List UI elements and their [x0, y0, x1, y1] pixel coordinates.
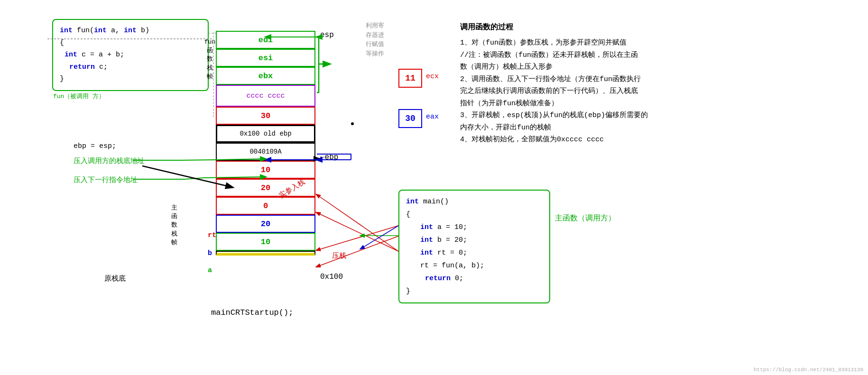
cell-ret-addr-text: 0040109A — [249, 148, 281, 155]
cell-ebx-text: ebx — [259, 72, 273, 81]
stack-diagram: edi esi ebx cccc cccc 30 0x100 old ebp 0… — [216, 31, 315, 256]
fun-code-line5: } — [60, 73, 201, 85]
main-line5: int rt = 0; — [406, 247, 543, 259]
reg-eax-box: 30 — [398, 109, 422, 128]
svg-line-13 — [360, 226, 398, 249]
row-label-a: a — [208, 266, 212, 274]
svg-line-8 — [316, 226, 398, 250]
reg-ecx-label: ecx — [426, 73, 439, 81]
svg-line-9 — [316, 212, 398, 251]
fun-code-line1: int fun(int a, int b) — [60, 25, 201, 37]
description-box: 调用函数的过程 1、对（fun函数）参数压栈，为形参开辟空间并赋值 //注：被调… — [460, 21, 859, 146]
cell-10arg-text: 10 — [261, 165, 270, 174]
cell-20arg-text: 20 — [261, 183, 270, 192]
fun-caller-label: fun（被调用 方） — [53, 92, 105, 101]
anno-push-next-instr: 压入下一行指令地址 — [74, 175, 138, 184]
desc-line4: 2、调用函数、压入下一行指令地址（方便在fun函数执行 — [460, 73, 859, 86]
main-line1: int main() — [406, 195, 543, 208]
label-0x100: 0x100 — [320, 273, 343, 281]
main-line4: int b = 20; — [406, 234, 543, 247]
label-ebp: ←ebp — [320, 153, 338, 162]
label-main-frame: 主函数栈帧 — [168, 204, 180, 247]
svg-line-7 — [316, 236, 398, 267]
stack-cell-bottom — [216, 251, 315, 256]
cell-a-text: 10 — [261, 238, 270, 247]
main-code-box: int main() { int a = 10; int b = 20; int… — [398, 190, 550, 303]
stack-cell-ebx: ebx — [216, 67, 315, 85]
stack-cell-b: 20 — [216, 215, 315, 233]
fun-code-line3: int c = a + b; — [60, 49, 201, 61]
svg-line-10 — [316, 194, 398, 251]
main-line8: } — [406, 285, 543, 298]
dot-decoration — [351, 122, 354, 125]
fun-code-line4: return c; — [60, 61, 201, 73]
desc-line3: 数（调用方）栈帧上压入形参 — [460, 61, 859, 73]
stack-cell-old-ebp: 0x100 old ebp — [216, 125, 315, 143]
main-line6: rt = fun(a, b); — [406, 259, 543, 272]
cell-30-text: 30 — [261, 111, 270, 120]
stack-cell-10arg: 10 — [216, 161, 315, 179]
anno-maincrt: mainCRTStartup(); — [211, 308, 293, 317]
reg-eax-value: 30 — [405, 114, 416, 123]
label-fun-frame: fun函数栈帧 — [204, 38, 216, 81]
desc-line5: 完之后继续执行调用该函数前的下一行代码）、压入栈底 — [460, 85, 859, 98]
cell-edi-text: edi — [259, 36, 273, 45]
cell-old-ebp-text: 0x100 old ebp — [240, 130, 291, 137]
desc-line1: 1、对（fun函数）参数压栈，为形参开辟空间并赋值 — [460, 37, 859, 49]
watermark: https://blog.csdn.net/2401_83913130 — [754, 367, 863, 373]
row-label-b: b — [208, 249, 212, 257]
anno-ebp-esp: ebp = esp; — [74, 142, 116, 150]
main-line2: { — [406, 208, 543, 221]
main-line7: return 0; — [406, 272, 543, 285]
reg-eax-label: eax — [426, 113, 439, 121]
keyword-int: int — [60, 27, 73, 35]
main-caller-label: 主函数（调用方） — [555, 213, 616, 223]
fun-code-box: int fun(int a, int b) { int c = a + b; r… — [52, 19, 209, 91]
main-line3: int a = 10; — [406, 221, 543, 234]
anno-push-stack-base: 压入调用方的栈底地址 — [74, 156, 145, 165]
reg-ecx-box: 11 — [398, 69, 422, 88]
desc-line2: //注：被调函数（fun函数）还未开辟栈帧，所以在主函 — [460, 49, 859, 62]
desc-line9: 4、对栈帧初始化，全部赋值为0xcccc cccc — [460, 134, 859, 146]
cell-cccc-text: cccc cccc — [246, 92, 285, 100]
anno-yuan-zhan-di: 原栈底 — [104, 274, 126, 283]
row-label-rt: rt — [208, 231, 216, 239]
stack-cell-rt: 0 — [216, 197, 315, 215]
anno-reg-ops: 利用寄存器进行赋值等操作 — [360, 21, 389, 58]
desc-line8: 内存大小，开辟出fun的栈帧 — [460, 122, 859, 134]
desc-line7: 3、开辟栈帧，esp(栈顶)从fun的栈底(ebp)偏移所需要的 — [460, 110, 859, 122]
stack-cell-edi: edi — [216, 31, 315, 49]
desc-title: 调用函数的过程 — [460, 21, 859, 34]
anno-push: 压栈 — [332, 251, 346, 260]
label-esp: esp — [320, 31, 334, 39]
cell-rt-text: 0 — [263, 201, 268, 210]
reg-ecx-value: 11 — [405, 73, 416, 83]
stack-cell-a: 10 — [216, 233, 315, 251]
fun-code-line2: { — [60, 37, 201, 49]
stack-cell-esi: esi — [216, 49, 315, 67]
stack-cell-cccc: cccc cccc — [216, 85, 315, 107]
cell-esi-text: esi — [259, 54, 273, 63]
stack-cell-30: 30 — [216, 107, 315, 125]
desc-line6: 指针（为开辟fun栈帧做准备） — [460, 98, 859, 110]
fun-name: fun( — [77, 27, 94, 35]
cell-b-text: 20 — [261, 220, 270, 229]
stack-cell-ret-addr: 0040109A — [216, 143, 315, 161]
